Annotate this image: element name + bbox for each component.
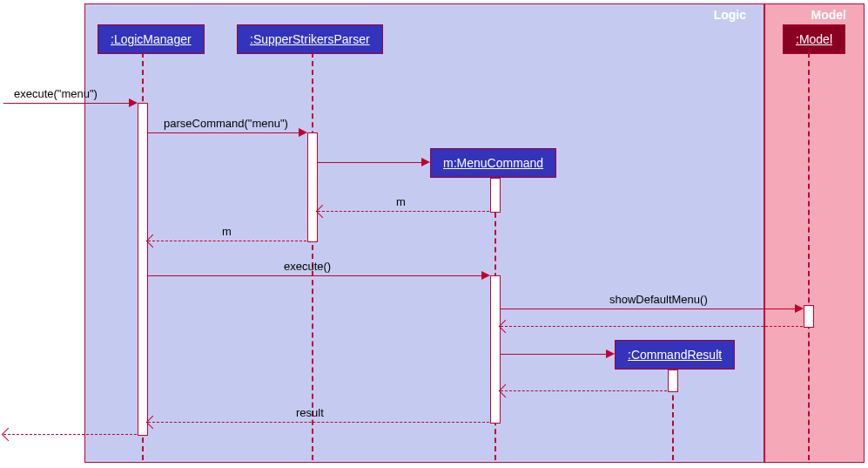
label-return-m1: m bbox=[396, 195, 406, 208]
label-execute-in: execute("menu") bbox=[14, 87, 98, 100]
arrow-parse-command bbox=[148, 132, 305, 133]
arrow-return-m1 bbox=[318, 211, 489, 212]
activation-command-result bbox=[668, 370, 678, 392]
arrow-return-command-result bbox=[501, 390, 667, 391]
label-parse-command: parseCommand("menu") bbox=[164, 117, 288, 130]
arrow-return-model bbox=[501, 326, 803, 327]
arrowhead-parse-command bbox=[299, 128, 307, 137]
arrow-return-m2 bbox=[148, 241, 306, 241]
participant-command-result: :CommandResult bbox=[615, 340, 735, 370]
arrow-show-default-menu bbox=[501, 309, 801, 309]
label-show-default-menu: showDefaultMenu() bbox=[609, 293, 708, 306]
frame-title-model: Model bbox=[803, 4, 864, 25]
arrowhead-execute bbox=[481, 271, 490, 280]
arrow-create-command-result bbox=[501, 354, 612, 355]
activation-menu-command-2 bbox=[490, 275, 501, 424]
arrowhead-create-menu-command bbox=[421, 158, 430, 166]
participant-menu-command: m:MenuCommand bbox=[430, 148, 556, 178]
frame-model: Model bbox=[764, 3, 865, 463]
label-result: result bbox=[296, 406, 324, 419]
arrowhead-execute-in bbox=[129, 98, 138, 107]
arrow-result bbox=[148, 422, 489, 423]
participant-logic-manager: :LogicManager bbox=[98, 24, 205, 54]
arrowhead-create-command-result bbox=[606, 349, 615, 358]
lifeline-parser bbox=[312, 52, 313, 460]
activation-parser bbox=[307, 132, 318, 242]
frame-logic: Logic bbox=[84, 3, 764, 463]
activation-model bbox=[804, 305, 814, 328]
activation-logic-manager bbox=[138, 103, 148, 436]
activation-menu-command-1 bbox=[490, 178, 501, 213]
frame-title-logic: Logic bbox=[705, 4, 764, 25]
arrow-return-external bbox=[3, 434, 137, 435]
participant-model: :Model bbox=[783, 24, 845, 54]
participant-parser: :SupperStrikersParser bbox=[237, 24, 383, 54]
lifeline-model bbox=[808, 52, 810, 460]
arrow-execute-in bbox=[3, 103, 134, 104]
arrow-execute bbox=[148, 275, 488, 276]
arrow-create-menu-command bbox=[318, 162, 427, 163]
label-return-m2: m bbox=[222, 225, 232, 238]
arrowhead-show-default-menu bbox=[795, 304, 804, 313]
label-execute: execute() bbox=[284, 260, 331, 273]
